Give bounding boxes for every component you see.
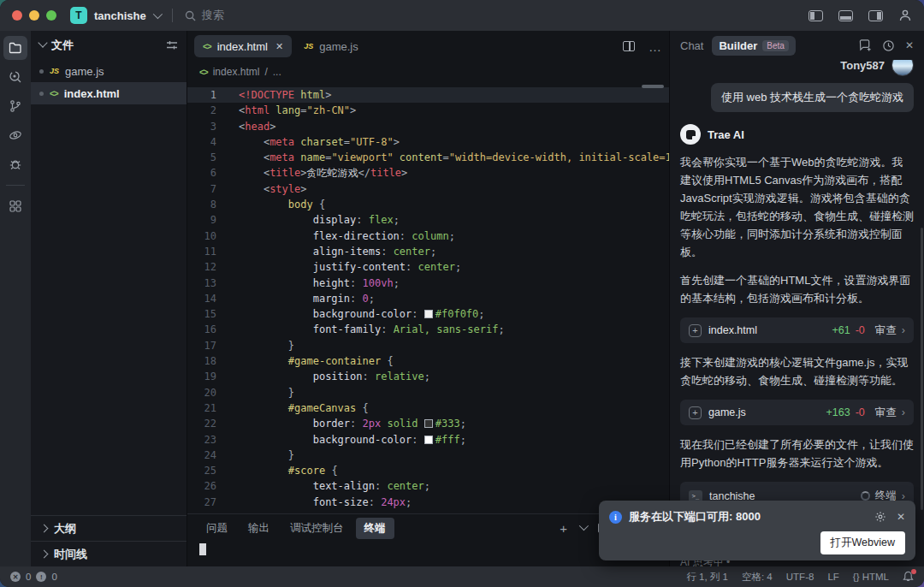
timeline-section[interactable]: 时间线	[31, 541, 187, 566]
toggle-left-panel-icon[interactable]	[808, 10, 823, 21]
breadcrumb-more[interactable]: ...	[273, 66, 281, 78]
code-line[interactable]: 22 border: 2px solid #333;	[187, 416, 669, 431]
open-webview-button[interactable]: 打开Webview	[820, 531, 905, 554]
outline-section[interactable]: 大纲	[31, 515, 187, 541]
split-editor-icon[interactable]	[623, 41, 635, 51]
gear-icon[interactable]	[874, 511, 886, 523]
eol-sequence[interactable]: LF	[827, 572, 838, 582]
problems-status[interactable]: ✕ 0 ! 0	[10, 572, 57, 582]
terminal-content[interactable]	[187, 542, 669, 560]
code-line[interactable]: 23 background-color: #fff;	[187, 432, 669, 448]
code-line[interactable]: 3<head>	[187, 119, 669, 134]
js-file-icon: JS	[304, 42, 313, 50]
project-name[interactable]: tanchishe	[94, 9, 146, 22]
close-tab-icon[interactable]: ✕	[275, 41, 283, 52]
code-line[interactable]: 15 background-color: #f0f0f0;	[187, 306, 669, 322]
code-line[interactable]: 11 align-items: center;	[187, 244, 669, 259]
tab-builder[interactable]: Builder Beta	[712, 36, 795, 56]
bottom-panel: 问题 输出 调试控制台 终端 + …	[187, 513, 669, 566]
code-line[interactable]: 25 #score {	[187, 463, 669, 478]
maximize-window-button[interactable]	[46, 10, 56, 21]
code-line[interactable]: 8 body {	[187, 197, 669, 212]
code-line[interactable]: 18 #game-container {	[187, 353, 669, 369]
editor-scrollbar[interactable]	[642, 85, 664, 88]
file-change-card-indexhtml[interactable]: + index.html +61 -0 审查 ›	[680, 317, 914, 343]
chevron-right-icon	[40, 525, 49, 533]
tab-gamejs[interactable]: JS game.js	[295, 35, 367, 57]
code-line[interactable]: 26 text-align: center;	[187, 478, 669, 494]
code-line[interactable]: 16 font-family: Arial, sans-serif;	[187, 322, 669, 337]
panel-tab-problems[interactable]: 问题	[198, 518, 236, 539]
review-button[interactable]: 审查	[875, 323, 897, 338]
code-line[interactable]: 6 <title>贪吃蛇游戏</title>	[187, 165, 669, 181]
code-editor[interactable]: 1<!DOCTYPE html>2<html lang="zh-CN">3<he…	[187, 82, 669, 513]
tab-chat[interactable]: Chat	[680, 39, 703, 52]
code-line[interactable]: 7 <style>	[187, 181, 669, 197]
explorer-icon[interactable]	[3, 36, 27, 60]
code-line[interactable]: 9 display: flex;	[187, 212, 669, 228]
extensions-icon[interactable]	[3, 194, 27, 218]
search-panel-icon[interactable]	[3, 65, 27, 89]
filter-icon[interactable]	[166, 39, 178, 51]
assistant-paragraph: 我会帮你实现一个基于Web的贪吃蛇游戏。我建议使用HTML5 Canvas作为游…	[680, 153, 914, 261]
chat-panel: Chat Builder Beta ✕ Tony587 使用 web 技术栈生成…	[669, 31, 924, 566]
notifications-bell[interactable]	[903, 571, 914, 583]
close-window-button[interactable]	[12, 10, 22, 21]
breadcrumb[interactable]: <> index.html / ...	[187, 62, 669, 82]
code-line[interactable]: 4 <meta charset="UTF-8">	[187, 134, 669, 150]
code-line[interactable]: 5 <meta name="viewport" content="width=d…	[187, 150, 669, 165]
modified-dot	[39, 92, 44, 96]
breadcrumb-file[interactable]: index.html	[213, 66, 260, 78]
file-name: game.js	[65, 65, 104, 78]
cursor-position[interactable]: 行 1, 列 1	[686, 571, 728, 584]
close-panel-icon[interactable]: ✕	[905, 39, 914, 51]
code-line[interactable]: 19 position: relative;	[187, 369, 669, 384]
code-line[interactable]: 27 font-size: 24px;	[187, 495, 669, 510]
code-line[interactable]: 12 justify-content: center;	[187, 259, 669, 275]
code-line[interactable]: 2<html lang="zh-CN">	[187, 103, 669, 118]
tab-label: index.html	[217, 40, 268, 53]
file-item-gamejs[interactable]: JS game.js	[31, 60, 187, 82]
panel-tab-debug-console[interactable]: 调试控制台	[281, 518, 352, 539]
debug-icon[interactable]	[3, 152, 27, 176]
minimize-window-button[interactable]	[29, 10, 39, 21]
code-line[interactable]: 20 }	[187, 385, 669, 400]
chat-scrollbar[interactable]	[921, 228, 923, 510]
code-line[interactable]: 13 height: 100vh;	[187, 276, 669, 291]
more-actions-icon[interactable]: …	[649, 39, 662, 54]
language-mode[interactable]: {} HTML	[853, 572, 889, 582]
file-change-card-gamejs[interactable]: + game.js +163 -0 审查 ›	[680, 400, 914, 425]
new-chat-icon[interactable]	[859, 39, 872, 51]
files-section-header[interactable]: 文件	[31, 31, 187, 60]
panel-tab-output[interactable]: 输出	[240, 518, 278, 539]
code-line[interactable]: 10 flex-direction: column;	[187, 228, 669, 244]
user-avatar	[891, 60, 914, 76]
toggle-bottom-panel-icon[interactable]	[838, 10, 853, 21]
tab-indexhtml[interactable]: <> index.html ✕	[194, 35, 292, 57]
code-line[interactable]: 17 }	[187, 338, 669, 353]
indentation[interactable]: 空格: 4	[742, 571, 773, 584]
chevron-down-icon	[38, 38, 47, 47]
file-add-icon: +	[689, 406, 702, 419]
source-control-icon[interactable]	[3, 94, 27, 118]
toggle-right-panel-icon[interactable]	[868, 10, 883, 21]
review-button[interactable]: 审查	[875, 406, 897, 420]
code-line[interactable]: 24 }	[187, 448, 669, 463]
history-icon[interactable]	[882, 39, 895, 52]
chevron-down-icon[interactable]	[152, 9, 162, 19]
panel-tab-terminal[interactable]: 终端	[356, 518, 394, 539]
file-item-indexhtml[interactable]: <> index.html	[31, 82, 187, 104]
encoding[interactable]: UTF-8	[786, 572, 814, 582]
account-icon[interactable]	[898, 9, 912, 22]
close-toast-icon[interactable]: ✕	[897, 511, 905, 523]
beta-badge: Beta	[762, 40, 789, 51]
code-line[interactable]: 14 margin: 0;	[187, 291, 669, 306]
chat-messages[interactable]: Tony587 使用 web 技术栈生成一个贪吃蛇游戏 Trae AI 我会帮你…	[670, 60, 924, 566]
code-line[interactable]: 21 #gameCanvas {	[187, 400, 669, 416]
new-terminal-icon[interactable]: +	[560, 521, 567, 536]
code-line[interactable]: 1<!DOCTYPE html>	[187, 87, 669, 103]
search-input[interactable]: 搜索	[185, 8, 224, 23]
preview-icon[interactable]	[3, 123, 27, 147]
chevron-down-icon[interactable]	[579, 520, 589, 530]
terminal-cursor	[199, 543, 206, 555]
